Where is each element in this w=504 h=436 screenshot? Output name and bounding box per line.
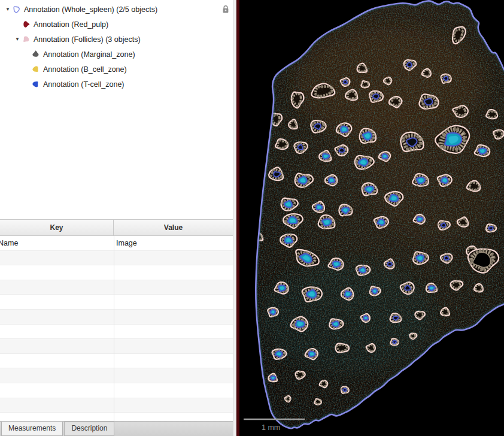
annotation-red-pulp-icon: [22, 20, 31, 29]
annotation-follicles-icon: [22, 35, 31, 44]
annotation-follicle[interactable]: [329, 319, 343, 329]
annotation-follicle[interactable]: [369, 91, 383, 102]
annotation-follicle[interactable]: [493, 130, 504, 139]
annotation-whole-spleen-icon: [12, 5, 21, 14]
annotation-follicle[interactable]: [268, 308, 278, 317]
spleen-slide-image[interactable]: 1 mm: [239, 0, 504, 436]
annotation-follicle[interactable]: [441, 74, 451, 83]
lock-icon[interactable]: [222, 5, 229, 16]
table-row-empty: [0, 295, 233, 310]
tree-item-label: Annotation (Whole_spleen) (2/5 objects): [24, 5, 157, 14]
annotation-follicle[interactable]: [341, 78, 350, 86]
tree-item-follicles[interactable]: ▼Annotation (Follicles) (3 objects): [0, 32, 233, 47]
column-header-value: Value: [114, 220, 233, 235]
tree-item-label: Annotation (Marginal_zone): [43, 50, 135, 59]
annotation-follicle[interactable]: [285, 396, 291, 402]
annotation-follicle[interactable]: [412, 174, 429, 186]
image-viewer[interactable]: 1 mm: [236, 0, 504, 436]
annotation-follicle[interactable]: [275, 139, 288, 149]
annotation-t-cell-zone-icon: [31, 80, 40, 89]
table-row-empty: [0, 383, 233, 398]
tree-item-marginal-zone[interactable]: Annotation (Marginal_zone): [0, 47, 233, 62]
qupath-window: ▼Annotation (Whole_spleen) (2/5 objects)…: [0, 0, 504, 436]
annotation-follicle[interactable]: [390, 338, 399, 345]
table-row-empty: [0, 280, 233, 295]
expand-arrow-icon[interactable]: ▼: [4, 2, 12, 17]
annotation-follicle[interactable]: [302, 287, 322, 301]
annotation-follicle[interactable]: [475, 145, 490, 156]
table-row-empty: [0, 398, 233, 413]
annotations-panel: ▼Annotation (Whole_spleen) (2/5 objects)…: [0, 0, 233, 436]
tree-item-label: Annotation (T-cell_zone): [43, 80, 125, 89]
annotation-follicle[interactable]: [314, 399, 321, 404]
table-row-empty: [0, 368, 233, 383]
table-row[interactable]: NameImage: [0, 236, 233, 251]
cell-key: Name: [0, 239, 112, 247]
annotation-b-cell-zone-icon: [31, 65, 40, 74]
tree-item-t-cell-zone[interactable]: Annotation (T-cell_zone): [0, 77, 233, 92]
annotation-follicle[interactable]: [474, 284, 483, 292]
expand-arrow-icon[interactable]: ▼: [13, 32, 22, 47]
annotation-follicle[interactable]: [320, 380, 327, 387]
tree-item-whole-spleen[interactable]: ▼Annotation (Whole_spleen) (2/5 objects): [0, 2, 233, 17]
column-divider: [114, 236, 114, 421]
annotation-follicle[interactable]: [438, 175, 452, 186]
annotation-follicle[interactable]: [486, 224, 496, 232]
tab-description[interactable]: Description: [64, 422, 114, 436]
annotation-follicle[interactable]: [419, 94, 438, 108]
scale-bar-label: 1 mm: [262, 423, 280, 432]
annotation-follicle[interactable]: [441, 308, 450, 316]
tree-item-b-cell-zone[interactable]: Annotation (B_cell_zone): [0, 62, 233, 77]
tree-item-label: Annotation (B_cell_zone): [43, 65, 127, 74]
annotation-follicle[interactable]: [384, 77, 391, 84]
table-row-empty: [0, 325, 233, 340]
table-row-empty: [0, 339, 233, 354]
table-row-empty: [0, 413, 233, 421]
table-row-empty: [0, 251, 233, 266]
bottom-tab-bar: MeasurementsDescription: [0, 421, 233, 436]
annotation-hierarchy-tree[interactable]: ▼Annotation (Whole_spleen) (2/5 objects)…: [0, 0, 233, 219]
annotation-follicle[interactable]: [360, 129, 376, 143]
tree-item-label: Annotation (Red_pulp): [34, 20, 108, 29]
annotation-follicle[interactable]: [486, 110, 497, 119]
annotation-follicle[interactable]: [339, 204, 352, 216]
annotation-follicle[interactable]: [413, 252, 429, 264]
annotation-follicle[interactable]: [390, 313, 402, 322]
annotation-follicle[interactable]: [370, 286, 381, 295]
annotation-follicle[interactable]: [374, 217, 388, 228]
tree-item-red-pulp[interactable]: Annotation (Red_pulp): [0, 17, 233, 32]
column-header-key: Key: [0, 220, 114, 235]
annotation-follicle[interactable]: [311, 120, 326, 132]
tree-item-label: Annotation (Follicles) (3 objects): [34, 35, 141, 44]
annotation-follicle[interactable]: [356, 265, 370, 275]
key-value-table-body: NameImage: [0, 236, 233, 421]
table-row-empty: [0, 310, 233, 325]
annotation-follicle[interactable]: [335, 343, 349, 352]
table-row-empty: [0, 265, 233, 280]
tab-measurements[interactable]: Measurements: [1, 422, 63, 436]
table-row-empty: [0, 354, 233, 369]
annotation-follicle[interactable]: [272, 349, 287, 359]
annotation-marginal-zone-icon: [31, 50, 40, 59]
annotation-follicle[interactable]: [422, 69, 431, 77]
annotation-follicle[interactable]: [341, 386, 349, 393]
key-value-table-header: Key Value: [0, 219, 233, 236]
annotation-follicle[interactable]: [361, 81, 369, 87]
cell-value: Image: [112, 239, 137, 247]
